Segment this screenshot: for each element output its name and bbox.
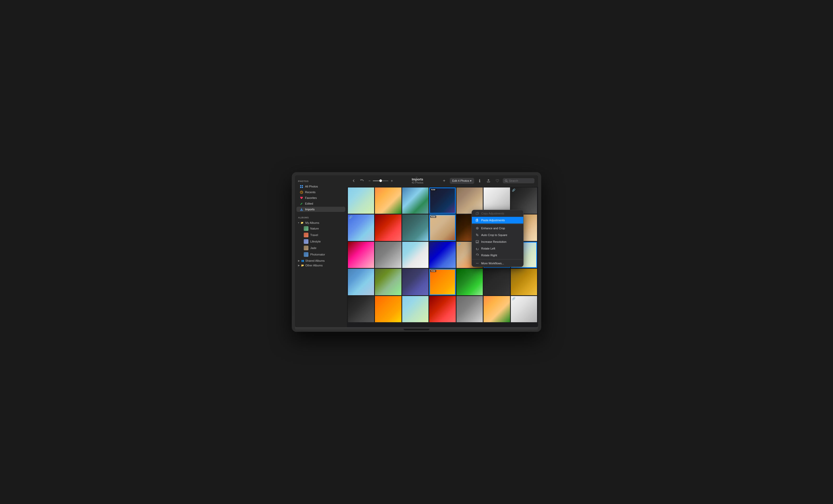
search-box — [503, 178, 534, 183]
sidebar: Photos All Photos — [295, 175, 347, 327]
photo-cell[interactable] — [456, 296, 483, 322]
album-label-nature: Nature — [310, 227, 319, 230]
other-albums-label: Other Albums — [305, 264, 323, 267]
sidebar-item-edited[interactable]: Edited — [296, 201, 345, 206]
sidebar-item-favorites[interactable]: Favorites — [296, 195, 345, 200]
raw-badge: RAW — [430, 270, 436, 272]
sidebar-item-all-photos[interactable]: All Photos — [296, 184, 345, 189]
album-item-photomator[interactable]: Photomator — [296, 251, 345, 258]
zoom-plus-button[interactable]: + — [389, 178, 394, 183]
album-label-jade: Jade — [310, 246, 316, 250]
photo-cell[interactable] — [348, 296, 374, 322]
photo-cell[interactable] — [348, 242, 374, 268]
photo-cell[interactable] — [483, 269, 510, 295]
sidebar-item-imports[interactable]: Imports — [296, 207, 345, 212]
sidebar-label-imports: Imports — [305, 208, 315, 211]
photo-cell[interactable] — [511, 269, 537, 295]
context-menu-rotate-left[interactable]: Rotate Left — [472, 245, 523, 252]
album-item-travel[interactable]: Travel — [296, 232, 345, 238]
photo-cell[interactable] — [483, 296, 510, 322]
photo-cell[interactable] — [375, 269, 401, 295]
my-albums-header[interactable]: ▾ 📁 My Albums — [295, 221, 347, 225]
edit-photos-button[interactable]: Edit 4 Photos ▾ — [450, 178, 474, 184]
clock-icon — [300, 190, 303, 194]
pencil-icon — [300, 202, 303, 205]
context-menu-increase-res[interactable]: Increase Resolution — [472, 238, 523, 245]
photo-cell[interactable] — [402, 215, 428, 241]
menu-separator-2 — [472, 259, 523, 259]
context-menu-more-workflows[interactable]: More Workflows... — [472, 260, 523, 267]
photo-cell-selected[interactable]: RAW — [429, 269, 455, 295]
favorite-button[interactable]: ♡ — [494, 177, 501, 184]
svg-point-11 — [477, 263, 478, 263]
rotate-button[interactable] — [359, 178, 365, 184]
share-button[interactable] — [485, 177, 492, 184]
photo-cell[interactable] — [402, 269, 428, 295]
my-albums-chevron: ▾ — [298, 222, 299, 224]
zoom-minus-button[interactable]: − — [367, 178, 372, 183]
photo-cell-selected[interactable]: RAW — [429, 187, 455, 214]
context-menu-auto-crop[interactable]: Auto Crop to Square — [472, 232, 523, 238]
toolbar-left: − + — [351, 178, 394, 184]
raw-badge: RAW — [430, 216, 436, 218]
svg-rect-3 — [302, 187, 303, 188]
photo-cell[interactable] — [348, 269, 374, 295]
other-albums-header[interactable]: ▶ 📂 Other Albums — [295, 263, 347, 268]
context-menu-copy-adjustments[interactable]: Copy Adjustments — [472, 210, 523, 217]
photo-cell[interactable] — [375, 296, 401, 322]
svg-rect-0 — [300, 185, 302, 186]
raw-badge: RAW — [430, 188, 436, 191]
heart-icon — [300, 196, 303, 200]
toolbar-subtitle: 40 Photos — [397, 181, 438, 184]
context-menu-enhance-crop[interactable]: Enhance and Crop — [472, 225, 523, 232]
album-item-lifestyle[interactable]: Lifestyle — [296, 238, 345, 245]
copy-icon — [475, 211, 479, 215]
photo-cell[interactable]: 🔗 — [348, 215, 374, 241]
context-menu-paste-adjustments[interactable]: Paste Adjustments — [472, 217, 523, 224]
shared-albums-chevron: ▶ — [298, 259, 300, 262]
album-label-lifestyle: Lifestyle — [310, 240, 320, 243]
add-button[interactable]: + — [441, 177, 448, 184]
rotate-left-icon — [475, 247, 479, 250]
grid-icon — [300, 185, 303, 188]
photo-cell[interactable] — [375, 215, 401, 241]
menu-separator-1 — [472, 224, 523, 224]
enhance-crop-label: Enhance and Crop — [481, 227, 505, 230]
photo-cell[interactable] — [402, 242, 428, 268]
info-button[interactable]: ℹ — [476, 177, 483, 184]
photo-cell[interactable] — [375, 187, 401, 214]
shared-albums-header[interactable]: ▶ 👥 Shared Albums — [295, 258, 347, 263]
photo-cell[interactable] — [429, 242, 455, 268]
photo-cell[interactable] — [375, 242, 401, 268]
toolbar-title: Imports 40 Photos — [397, 178, 438, 184]
album-thumb-travel — [304, 233, 308, 237]
context-menu-rotate-right[interactable]: Rotate Right — [472, 252, 523, 259]
album-item-jade[interactable]: Jade — [296, 245, 345, 251]
zoom-slider[interactable] — [373, 180, 388, 181]
photo-cell[interactable] — [402, 187, 428, 214]
search-input[interactable] — [509, 179, 532, 182]
other-albums-chevron: ▶ — [298, 264, 300, 267]
link-icon: 🔗 — [512, 188, 516, 192]
svg-rect-2 — [300, 187, 302, 188]
photo-cell-selected[interactable]: RAW — [429, 215, 455, 241]
albums-section-label: Albums — [295, 214, 347, 220]
album-thumb-jade — [304, 246, 308, 250]
photo-cell[interactable] — [402, 296, 428, 322]
sidebar-item-recents[interactable]: Recents — [296, 190, 345, 195]
album-thumb-lifestyle — [304, 239, 308, 244]
sidebar-label-edited: Edited — [305, 202, 313, 205]
photo-cell[interactable]: 🔗 — [511, 296, 537, 322]
import-icon — [300, 207, 303, 211]
photo-cell[interactable] — [429, 296, 455, 322]
paste-icon — [475, 218, 479, 222]
album-label-travel: Travel — [310, 233, 318, 236]
albums-section: Albums ▾ 📁 My Albums Nature — [295, 214, 347, 268]
photo-cell[interactable] — [348, 187, 374, 214]
edit-button-label: Edit 4 Photos ▾ — [452, 179, 472, 182]
svg-rect-1 — [302, 185, 303, 186]
back-button[interactable] — [351, 178, 357, 184]
shared-albums-label: Shared Albums — [305, 259, 325, 262]
album-item-nature[interactable]: Nature — [296, 225, 345, 232]
photo-cell[interactable] — [456, 269, 483, 295]
